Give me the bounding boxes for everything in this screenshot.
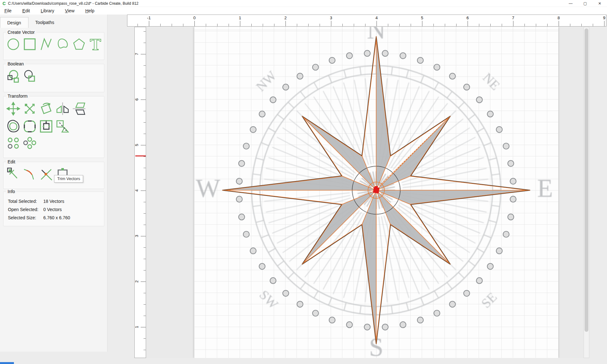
info-group: Info Total Selected:18 Vectors Open Sele… — [3, 191, 104, 226]
info-total-selected: Total Selected:18 Vectors — [8, 199, 64, 204]
rotate-icon[interactable] — [39, 101, 53, 116]
fillet-icon[interactable] — [22, 119, 37, 134]
tab-design[interactable]: Design — [0, 17, 28, 28]
ruler-number: 2 — [284, 15, 286, 20]
curve-fit-icon[interactable] — [22, 167, 37, 181]
svg-text:NW: NW — [253, 68, 279, 94]
ruler-number: 1 — [239, 15, 241, 20]
menu-library[interactable]: Library — [38, 8, 58, 14]
svg-text:SW: SW — [257, 287, 281, 312]
svg-text:SE: SE — [478, 289, 500, 311]
ruler-number: 9 — [603, 15, 605, 20]
compass-rose-drawing: NESWNWNESWSE — [146, 27, 584, 358]
menu-help[interactable]: Help — [82, 8, 98, 14]
offset-icon[interactable] — [6, 119, 21, 134]
linear-array-icon[interactable] — [6, 137, 21, 149]
maximize-button[interactable]: ▢ — [578, 0, 592, 7]
transform-label: Transform — [6, 94, 29, 99]
mirror-icon[interactable] — [55, 101, 70, 116]
trim-vectors-tooltip: Trim Vectors — [54, 175, 83, 183]
left-panel: Design Toolpaths Create Vector Boolean — [0, 15, 107, 352]
menu-bar: FileEditLibraryViewHelp — [0, 7, 607, 15]
text-tool-icon[interactable] — [88, 37, 103, 52]
ruler-cursor-marker — [135, 155, 146, 156]
move-icon[interactable] — [6, 101, 21, 116]
design-canvas[interactable]: NESWNWNESWSE — [146, 27, 584, 358]
tab-toolpaths[interactable]: Toolpaths — [28, 17, 61, 28]
trim-vectors-icon[interactable] — [39, 167, 53, 181]
horizontal-ruler: -10123456789 — [127, 15, 606, 27]
vertical-scrollbar[interactable] — [584, 27, 589, 358]
taskbar-accent — [0, 362, 14, 364]
svg-text:NE: NE — [480, 70, 503, 93]
boolean-label: Boolean — [6, 61, 25, 66]
ruler-number: 8 — [557, 15, 560, 20]
edit-group: Edit — [3, 162, 104, 189]
ruler-number: 3 — [330, 15, 332, 20]
boolean-group: Boolean — [3, 64, 104, 92]
app-logo-icon: C — [3, 1, 6, 6]
circular-array-icon[interactable] — [22, 137, 37, 149]
circle-tool-icon[interactable] — [6, 37, 21, 52]
node-edit-icon[interactable] — [6, 167, 21, 181]
polyline-tool-icon[interactable] — [39, 37, 53, 52]
scale-icon[interactable] — [22, 101, 37, 116]
title-bar: C C:/Users/willa/Downloads/compass_rose_… — [0, 0, 607, 7]
ruler-number: -1 — [147, 15, 151, 20]
svg-text:W: W — [196, 174, 220, 203]
menu-edit[interactable]: Edit — [19, 8, 33, 14]
polygon-tool-icon[interactable] — [72, 37, 86, 52]
boolean-subtract-icon[interactable] — [22, 69, 37, 84]
create-vector-label: Create Vector — [6, 30, 36, 35]
ruler-number: 7 — [134, 53, 139, 55]
tab-row: Design Toolpaths — [0, 17, 61, 28]
info-selected-size: Selected Size:6.760 x 6.760 — [8, 215, 70, 220]
flip-icon[interactable] — [72, 101, 86, 116]
svg-text:E: E — [537, 174, 553, 203]
rectangle-tool-icon[interactable] — [22, 37, 37, 52]
info-label: Info — [6, 189, 16, 194]
curve-tool-icon[interactable] — [55, 37, 70, 52]
nest-icon[interactable] — [39, 119, 53, 134]
ruler-number: 5 — [421, 15, 423, 20]
boolean-union-icon[interactable] — [6, 69, 21, 84]
menu-view[interactable]: View — [62, 8, 78, 14]
ruler-number: 1 — [134, 326, 139, 328]
ruler-number: 6 — [134, 98, 139, 100]
bottom-strip — [0, 358, 607, 364]
ruler-number: 3 — [134, 235, 139, 237]
close-button[interactable]: ✕ — [592, 0, 607, 7]
ruler-number: 4 — [134, 189, 139, 191]
info-open-selected: Open Selected:0 Vectors — [8, 207, 62, 212]
ruler-number: 2 — [134, 280, 139, 282]
ruler-number: 7 — [512, 15, 514, 20]
edit-label: Edit — [6, 159, 17, 164]
window-title: C:/Users/willa/Downloads/compass_rose_v8… — [8, 1, 138, 6]
vertical-ruler: 7654321 — [134, 27, 146, 358]
vertical-scrollbar-thumb[interactable] — [585, 28, 588, 332]
transform-group: Transform — [3, 96, 104, 158]
ruler-number: 0 — [193, 15, 195, 20]
minimize-button[interactable]: — — [563, 0, 578, 7]
ruler-number: 5 — [134, 144, 139, 146]
ruler-number: 4 — [375, 15, 377, 20]
trim-to-shape-icon[interactable] — [55, 119, 70, 134]
menu-file[interactable]: File — [1, 8, 15, 14]
create-vector-group: Create Vector — [3, 32, 104, 60]
ruler-number: 6 — [466, 15, 469, 20]
